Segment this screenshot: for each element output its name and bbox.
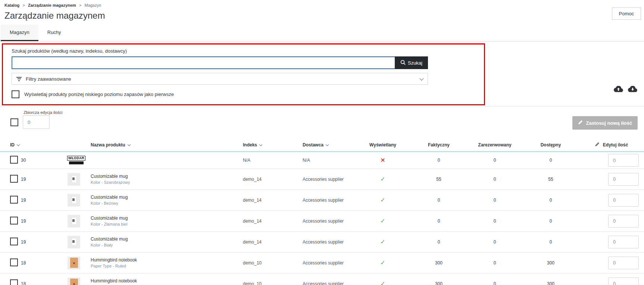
breadcrumb-separator: > bbox=[22, 3, 25, 7]
column-header-supplier[interactable]: Dostawca bbox=[295, 142, 355, 148]
import-export-icons bbox=[614, 86, 637, 94]
low-stock-first-checkbox[interactable] bbox=[12, 90, 19, 98]
breadcrumb-catalog[interactable]: Katalog bbox=[4, 3, 19, 7]
search-input[interactable] bbox=[12, 56, 395, 69]
page-title: Zarządzanie magazynem bbox=[4, 10, 640, 21]
column-header-physical: Faktyczny bbox=[411, 142, 467, 148]
advanced-filters-label: Filtry zaawansowane bbox=[26, 76, 71, 82]
edit-quantity-input[interactable] bbox=[608, 173, 639, 186]
product-image bbox=[68, 257, 80, 269]
reserved-quantity: 0 bbox=[467, 281, 523, 285]
edit-quantity-input[interactable] bbox=[608, 154, 639, 167]
row-select-cell bbox=[0, 156, 21, 165]
physical-quantity: 55 bbox=[411, 177, 467, 182]
column-header-id[interactable]: ID bbox=[0, 142, 68, 148]
product-image bbox=[68, 155, 85, 166]
product-supplier: Accessories supplier bbox=[295, 260, 355, 266]
product-reference: demo_14 bbox=[235, 239, 295, 245]
row-checkbox[interactable] bbox=[10, 279, 18, 285]
column-header-reference[interactable]: Indeks bbox=[235, 142, 295, 148]
edit-quantity-input[interactable] bbox=[608, 194, 639, 207]
product-image bbox=[68, 236, 80, 248]
search-button[interactable]: Szukaj bbox=[395, 56, 428, 69]
edit-quantity-input[interactable] bbox=[608, 278, 639, 285]
stock-table: ID Nazwa produktu Indeks Dostawca Wyświe… bbox=[0, 139, 644, 285]
product-supplier: Accessories supplier bbox=[295, 177, 355, 182]
tab-bar: Magazyn Ruchy bbox=[0, 25, 644, 41]
tab-magazyn[interactable]: Magazyn bbox=[1, 25, 38, 41]
available-quantity: 0 bbox=[523, 198, 579, 203]
product-reference: demo_14 bbox=[235, 198, 295, 203]
cloud-download-icon[interactable] bbox=[628, 86, 637, 94]
product-id: 30 bbox=[21, 158, 68, 163]
product-thumb-cell bbox=[68, 236, 91, 248]
reserved-quantity: 0 bbox=[467, 219, 523, 224]
help-button[interactable]: Pomoc bbox=[612, 7, 641, 20]
product-reference: N/A bbox=[235, 158, 295, 163]
product-variant: Kolor - Szarobrązowy bbox=[91, 180, 130, 185]
row-checkbox[interactable] bbox=[10, 156, 18, 164]
reserved-quantity: 0 bbox=[467, 177, 523, 182]
product-name: Hummingbird notebook bbox=[91, 257, 137, 263]
row-select-cell bbox=[0, 217, 21, 226]
product-name: Customizable mug bbox=[91, 216, 128, 221]
product-id: 19 bbox=[21, 239, 68, 245]
tab-ruchy[interactable]: Ruchy bbox=[38, 25, 70, 41]
available-quantity: 0 bbox=[523, 158, 579, 163]
row-checkbox[interactable] bbox=[10, 217, 18, 224]
pencil-icon bbox=[578, 120, 583, 126]
product-thumb-cell bbox=[68, 173, 91, 186]
row-select-cell bbox=[0, 258, 21, 267]
product-name-cell: Customizable mug Kolor - Złamana biel bbox=[91, 216, 235, 226]
breadcrumb: Katalog > Zarządzanie magazynem > Magazy… bbox=[4, 3, 640, 7]
table-row: 18 Hummingbird notebook Paper Type - Rul… bbox=[0, 253, 644, 273]
displayed-status-icon: ✓ bbox=[355, 196, 411, 204]
product-reference: demo_10 bbox=[235, 281, 295, 285]
product-name-cell: Customizable mug Kolor - Szarobrązowy bbox=[91, 174, 235, 185]
product-id: 19 bbox=[21, 198, 68, 203]
edit-quantity-cell bbox=[579, 215, 644, 227]
edit-quantity-input[interactable] bbox=[608, 236, 639, 248]
reserved-quantity: 0 bbox=[467, 239, 523, 245]
product-variant: Kolor - Biały bbox=[91, 243, 128, 247]
bulk-edit-quantity-input[interactable] bbox=[23, 115, 50, 129]
product-image bbox=[68, 173, 80, 186]
edit-quantity-cell bbox=[579, 194, 644, 207]
row-checkbox[interactable] bbox=[10, 175, 18, 183]
product-thumb-cell bbox=[68, 257, 91, 269]
sort-chevron-icon bbox=[326, 143, 329, 146]
row-select-cell bbox=[0, 196, 21, 205]
displayed-status-icon: ✕ bbox=[355, 157, 411, 164]
bulk-edit-checkbox[interactable] bbox=[10, 118, 18, 126]
search-icon bbox=[400, 60, 406, 66]
sort-chevron-icon bbox=[127, 143, 130, 146]
edit-quantity-input[interactable] bbox=[608, 257, 639, 269]
product-supplier: Accessories supplier bbox=[295, 281, 355, 285]
edit-quantity-cell bbox=[579, 154, 644, 167]
sort-chevron-icon bbox=[259, 143, 262, 146]
row-checkbox[interactable] bbox=[10, 238, 18, 245]
displayed-status-icon: ✓ bbox=[355, 176, 411, 183]
physical-quantity: 0 bbox=[411, 239, 467, 245]
column-header-name[interactable]: Nazwa produktu bbox=[91, 142, 235, 148]
available-quantity: 55 bbox=[523, 177, 579, 182]
product-image bbox=[68, 194, 80, 207]
apply-new-quantity-button[interactable]: Zastosuj nową ilość bbox=[572, 116, 638, 130]
row-checkbox[interactable] bbox=[10, 258, 18, 266]
breadcrumb-current: Magazyn bbox=[84, 3, 101, 7]
row-checkbox[interactable] bbox=[10, 196, 18, 204]
filter-icon bbox=[16, 77, 22, 81]
advanced-filters-dropdown[interactable]: Filtry zaawansowane bbox=[12, 73, 428, 85]
product-supplier: Accessories supplier bbox=[295, 219, 355, 224]
breadcrumb-separator: > bbox=[79, 3, 81, 7]
displayed-status-icon: ✓ bbox=[355, 280, 411, 285]
cloud-upload-icon[interactable] bbox=[614, 86, 623, 94]
displayed-status-icon: ✓ bbox=[355, 259, 411, 266]
product-name-cell: Hummingbird notebook Paper Type - Ruled bbox=[91, 257, 235, 268]
bulk-edit-section: Zbiorcza edycja ilości Zastosuj nową ilo… bbox=[0, 106, 644, 137]
table-row: 19 Customizable mug Kolor - Beżowy demo_… bbox=[0, 190, 644, 211]
sort-chevron-icon bbox=[17, 143, 20, 146]
column-header-available: Dostępny bbox=[523, 142, 579, 148]
breadcrumb-stock-management[interactable]: Zarządzanie magazynem bbox=[28, 3, 76, 7]
edit-quantity-input[interactable] bbox=[608, 215, 639, 227]
